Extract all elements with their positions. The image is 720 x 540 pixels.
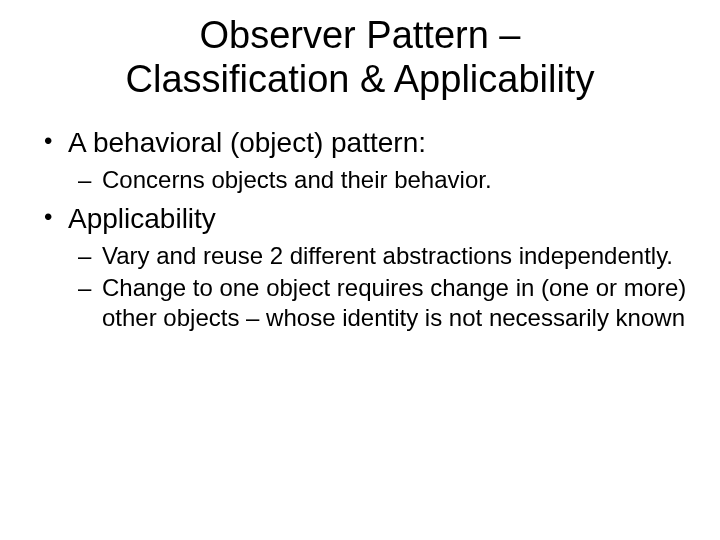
bullet-list-level1: A behavioral (object) pattern: Concerns …	[30, 127, 690, 333]
title-line-1: Observer Pattern –	[199, 14, 520, 56]
bullet-text: Concerns objects and their behavior.	[102, 166, 492, 193]
list-item: Change to one object requires change in …	[78, 273, 690, 333]
bullet-text: Change to one object requires change in …	[102, 274, 686, 331]
bullet-list-level2: Vary and reuse 2 different abstractions …	[68, 241, 690, 333]
list-item: A behavioral (object) pattern: Concerns …	[40, 127, 690, 195]
bullet-text: Vary and reuse 2 different abstractions …	[102, 242, 673, 269]
list-item: Applicability Vary and reuse 2 different…	[40, 203, 690, 333]
slide-title: Observer Pattern – Classification & Appl…	[30, 14, 690, 101]
bullet-text: A behavioral (object) pattern:	[68, 127, 426, 158]
title-line-2: Classification & Applicability	[126, 58, 595, 100]
list-item: Concerns objects and their behavior.	[78, 165, 690, 195]
bullet-text: Applicability	[68, 203, 216, 234]
bullet-list-level2: Concerns objects and their behavior.	[68, 165, 690, 195]
list-item: Vary and reuse 2 different abstractions …	[78, 241, 690, 271]
